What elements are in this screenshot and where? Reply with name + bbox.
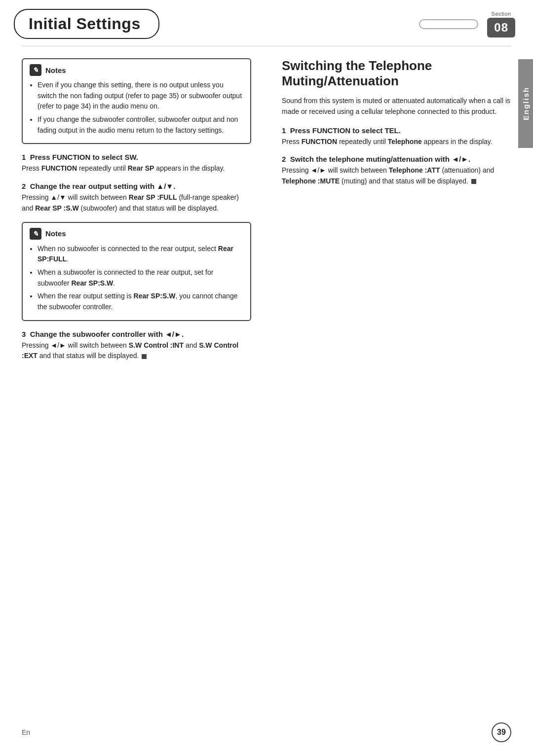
notes-list-2: When no subwoofer is connected to the re… <box>30 244 243 313</box>
left-step-2-body: Pressing ▲/▼ will switch between Rear SP… <box>22 192 251 214</box>
notes-box-2: ✎ Notes When no subwoofer is connected t… <box>22 222 251 321</box>
notes-header-1: ✎ Notes <box>30 64 243 76</box>
section-badge: Section 08 <box>487 11 515 37</box>
footer-lang: En <box>22 728 30 736</box>
right-intro: Sound from this system is muted or atten… <box>282 96 511 117</box>
section-number: 08 <box>487 18 515 37</box>
notes-label-1: Notes <box>45 66 66 74</box>
left-step-3-body: Pressing ◄/► will switch between S.W Con… <box>22 340 251 361</box>
right-step-2: 2 Switch the telephone muting/attenuatio… <box>282 155 511 186</box>
left-step-3-title: 3 Change the subwoofer controller with ◄… <box>22 330 251 338</box>
header-tab <box>419 19 478 29</box>
header-right: Section 08 <box>419 11 519 37</box>
left-step-2-title: 2 Change the rear output setting with ▲/… <box>22 182 251 190</box>
notes-item-2-3: When the rear output setting is Rear SP:… <box>38 291 243 312</box>
left-step-1-label: Press FUNCTION to select SW. <box>30 153 138 161</box>
notes-label-2: Notes <box>45 229 66 238</box>
header: Initial Settings Section 08 <box>0 0 533 39</box>
page-title: Initial Settings <box>14 9 159 39</box>
notes-item-2-2: When a subwoofer is connected to the rea… <box>38 267 243 288</box>
right-step-1-body: Press FUNCTION repeatedly until Telephon… <box>282 137 511 147</box>
left-step-1-title: 1 Press FUNCTION to select SW. <box>22 153 251 161</box>
left-step-2: 2 Change the rear output setting with ▲/… <box>22 182 251 214</box>
footer-page: 39 <box>492 722 511 742</box>
left-step-1-num: 1 <box>22 153 30 161</box>
page: Initial Settings Section 08 English ✎ No… <box>0 0 533 756</box>
end-square-right <box>471 179 476 184</box>
left-column: ✎ Notes Even if you change this setting,… <box>22 58 260 369</box>
notes-icon-2: ✎ <box>30 228 41 240</box>
notes-box-1: ✎ Notes Even if you change this setting,… <box>22 58 251 144</box>
left-step-2-num: 2 <box>22 182 30 190</box>
notes-item-1-2: If you change the subwoofer controller, … <box>38 114 243 136</box>
notes-item-1-1: Even if you change this setting, there i… <box>38 80 243 112</box>
notes-item-2-1: When no subwoofer is connected to the re… <box>38 244 243 265</box>
notes-header-2: ✎ Notes <box>30 228 243 240</box>
right-section-heading: Switching the Telephone Muting/Attenuati… <box>282 58 511 89</box>
footer: En 39 <box>0 722 533 742</box>
notes-icon-1: ✎ <box>30 64 41 76</box>
right-step-1: 1 Press FUNCTION to select TEL. Press FU… <box>282 126 511 147</box>
section-label: Section <box>492 11 511 17</box>
end-square-left <box>142 354 147 359</box>
right-column: Switching the Telephone Muting/Attenuati… <box>278 58 511 369</box>
right-step-2-title: 2 Switch the telephone muting/attenuatio… <box>282 155 511 163</box>
english-sidebar-label: English <box>518 59 533 148</box>
right-step-1-title: 1 Press FUNCTION to select TEL. <box>282 126 511 135</box>
main-content: ✎ Notes Even if you change this setting,… <box>0 46 533 381</box>
notes-list-1: Even if you change this setting, there i… <box>30 80 243 136</box>
left-step-1-body: Press FUNCTION repeatedly until Rear SP … <box>22 163 251 174</box>
left-step-1: 1 Press FUNCTION to select SW. Press FUN… <box>22 153 251 174</box>
left-step-2-label: Change the rear output setting with ▲/▼. <box>30 182 176 190</box>
left-step-3: 3 Change the subwoofer controller with ◄… <box>22 330 251 361</box>
right-step-2-body: Pressing ◄/► will switch between Telepho… <box>282 165 511 186</box>
